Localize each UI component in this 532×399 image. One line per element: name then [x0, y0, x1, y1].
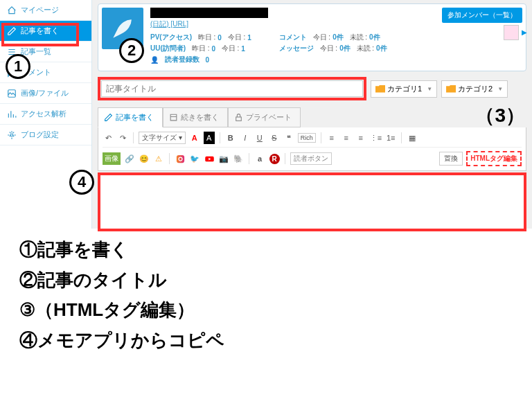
list-bullet-icon[interactable]: ⋮≡: [370, 132, 382, 144]
list-number-icon[interactable]: 1≡: [385, 132, 396, 144]
sidebar-label: 記事一覧: [21, 46, 51, 57]
instruction-3: ③（HTMLタグ編集）: [19, 296, 513, 325]
bold-button[interactable]: B: [225, 132, 236, 144]
sidebar-item-write[interactable]: 記事を書く: [0, 21, 91, 42]
instagram-icon[interactable]: [175, 152, 186, 165]
sidebar-label: マイページ: [21, 5, 59, 15]
sidebar-label: アクセス解析: [21, 109, 66, 119]
strike-button[interactable]: S: [269, 132, 280, 144]
category2-button[interactable]: カテゴリ2▼: [441, 80, 508, 98]
header-box: (日記) [URL] PV(アクセス) 昨日 :0 今日 :1 UU(訪問者) …: [98, 3, 526, 71]
stats: PV(アクセス) 昨日 :0 今日 :1 UU(訪問者) 昨日 :0 今日 :1…: [150, 33, 522, 64]
instruction-1: ①記事を書く: [19, 236, 513, 265]
image-icon: [7, 89, 17, 98]
sidebar-label: 記事を書く: [21, 26, 59, 36]
title-row: カテゴリ1▼ カテゴリ2▼: [98, 77, 526, 100]
align-left-icon[interactable]: ≡: [326, 132, 337, 144]
folder-icon: [375, 85, 385, 93]
sidebar-item-images[interactable]: 画像/ファイル: [0, 83, 91, 104]
align-right-icon[interactable]: ≡: [355, 132, 366, 144]
blog-title-redacted: [150, 8, 268, 18]
warning-icon[interactable]: ⚠: [153, 152, 164, 165]
replace-button[interactable]: 置換: [439, 152, 463, 166]
edit-icon: [104, 113, 113, 122]
title-input-highlight: [98, 77, 366, 100]
svg-point-1: [10, 134, 13, 136]
emoji-icon[interactable]: 😊: [139, 152, 150, 165]
evernote-icon[interactable]: 🐘: [233, 152, 244, 165]
camera-icon[interactable]: 📷: [218, 152, 229, 165]
feather-icon: [110, 16, 135, 41]
editor-toolbar: ↶ ↷ 文字サイズ ▾ A A B I U S ❝ Rich ≡ ≡ ≡ ⋮≡ …: [98, 127, 526, 171]
home-icon: [7, 6, 17, 15]
settings-icon: [7, 130, 17, 140]
instruction-2: ②記事のタイトル: [19, 266, 513, 295]
annotation-circle-4: 4: [69, 170, 94, 195]
font-color-button[interactable]: A: [189, 132, 200, 144]
sidebar-item-mypage[interactable]: マイページ: [0, 0, 91, 21]
table-icon[interactable]: ▦: [407, 132, 418, 144]
chevron-down-icon: ▼: [427, 86, 432, 92]
html-edit-button[interactable]: HTMLタグ編集: [466, 151, 522, 166]
image-button[interactable]: 画像: [103, 152, 121, 165]
align-center-icon[interactable]: ≡: [341, 132, 352, 144]
italic-button[interactable]: I: [240, 132, 251, 144]
chart-icon: [7, 109, 17, 119]
instructions: ①記事を書く ②記事のタイトル ③（HTMLタグ編集） ④メモアプリからコピペ: [0, 229, 532, 363]
avatar[interactable]: [504, 25, 519, 40]
tab-continue[interactable]: 続きを書く: [163, 107, 228, 127]
svg-rect-2: [236, 117, 242, 121]
sidebar-item-analytics[interactable]: アクセス解析: [0, 104, 91, 125]
bg-color-button[interactable]: A: [204, 132, 215, 144]
continue-icon: [169, 113, 178, 122]
font-size-select[interactable]: 文字サイズ ▾: [139, 132, 186, 144]
quote-icon[interactable]: ❝: [283, 132, 294, 144]
youtube-icon[interactable]: [204, 152, 215, 165]
edit-icon: [7, 26, 17, 36]
editor-textarea[interactable]: [98, 172, 526, 231]
editor-tabs: 記事を書く 続きを書く プライベート: [98, 107, 526, 127]
tab-write[interactable]: 記事を書く: [98, 107, 163, 127]
undo-icon[interactable]: ↶: [103, 132, 114, 144]
sidebar-item-settings[interactable]: ブログ設定: [0, 125, 91, 145]
lock-icon: [234, 113, 243, 122]
folder-icon: [446, 85, 456, 93]
amazon-icon[interactable]: a: [254, 152, 265, 165]
underline-button[interactable]: U: [254, 132, 265, 144]
link-icon[interactable]: 🔗: [124, 152, 135, 165]
instruction-4: ④メモアプリからコピペ: [19, 326, 513, 355]
article-title-input[interactable]: [101, 80, 363, 97]
annotation-circle-2: 2: [119, 38, 144, 63]
redo-icon[interactable]: ↷: [117, 132, 128, 144]
sidebar-label: 画像/ファイル: [21, 88, 69, 98]
main-area: (日記) [URL] PV(アクセス) 昨日 :0 今日 :1 UU(訪問者) …: [92, 0, 532, 229]
chevron-down-icon: ▼: [497, 86, 503, 92]
member-list-button[interactable]: 参加メンバー（一覧）: [442, 8, 522, 23]
arrow-right-icon[interactable]: ▶: [522, 28, 527, 36]
category1-button[interactable]: カテゴリ1▼: [371, 80, 437, 98]
annotation-3: （3）: [475, 103, 525, 129]
annotation-circle-1: 1: [6, 54, 30, 79]
sidebar-label: ブログ設定: [21, 130, 59, 140]
tab-private[interactable]: プライベート: [228, 107, 301, 127]
rich-button[interactable]: Rich: [298, 133, 316, 143]
reader-button[interactable]: 読者ボタン: [290, 152, 332, 165]
svg-rect-3: [176, 154, 184, 162]
rakuten-icon[interactable]: R: [269, 152, 280, 165]
twitter-icon[interactable]: 🐦: [189, 152, 200, 165]
